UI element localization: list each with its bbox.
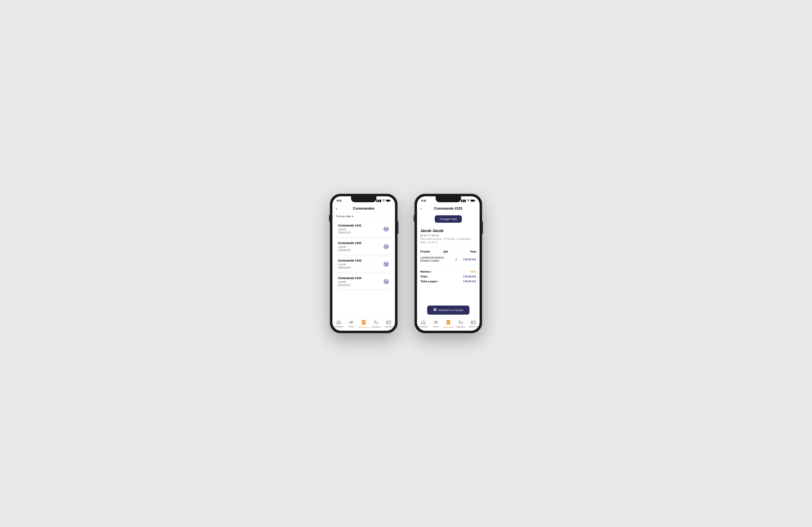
battery-icon-2: [471, 199, 475, 202]
svg-rect-1: [386, 200, 390, 201]
nav-dashboard-1[interactable]: Dashboard: [333, 320, 344, 328]
summary-section: Remise : 0DA Total : 170.00 DA Total a p…: [417, 268, 480, 285]
orders-list: Commande #101 J.jacob 2020/02/23 Command…: [332, 220, 395, 318]
depenses-icon: [386, 320, 391, 325]
status-time-2: 9:41: [421, 199, 426, 202]
total-label: Total :: [420, 275, 429, 278]
svg-rect-26: [387, 322, 391, 322]
svg-point-35: [434, 321, 436, 323]
sort-bar[interactable]: Trié par date ▾: [332, 213, 395, 220]
svg-rect-33: [434, 310, 436, 311]
svg-rect-7: [385, 244, 388, 246]
nav-depenses-label-1: Dépenses: [385, 326, 393, 328]
battery-icon: [386, 199, 391, 202]
nav-operations-1[interactable]: Opérations: [371, 320, 382, 328]
svg-point-19: [350, 321, 351, 323]
nav-commandes-label-2: Commandes: [443, 326, 453, 328]
nav-depenses-label-2: Dépenses: [469, 326, 478, 328]
print-button[interactable]: Imprimer La Facture: [427, 305, 469, 315]
status-bar-2: 9:41 ▋▊▉: [417, 196, 480, 204]
order-client: J.jacob: [338, 281, 361, 283]
back-button-1[interactable]: ‹: [336, 207, 337, 211]
svg-rect-27: [387, 323, 388, 323]
print-btn-label: Imprimer La Facture: [438, 308, 463, 312]
order-date: 2020/02/23: [338, 231, 361, 234]
svg-rect-2: [390, 200, 391, 201]
print-icon[interactable]: [383, 243, 390, 250]
operations-icon-2: [459, 320, 463, 326]
print-icon[interactable]: [383, 261, 390, 268]
remise-label: Remise :: [420, 270, 432, 273]
chevron-down-icon: ▾: [352, 215, 353, 218]
bottom-nav-1: Dashboard Clients: [332, 318, 395, 331]
status-bar-1: 9:41 ▋▊▉: [332, 196, 395, 204]
phone-1-screen: 9:41 ▋▊▉: [332, 196, 395, 331]
order-date: 2020/02/23: [338, 284, 361, 287]
signal-icon-2: ▋▊▉: [461, 200, 466, 202]
nav-operations-2[interactable]: Opérations: [455, 320, 466, 328]
order-date: 2020/02/23: [338, 249, 361, 252]
product-line1: ( 624923-RCQUICK): [420, 256, 451, 259]
depenses-icon-2: [471, 320, 476, 325]
wifi-icon-2: [467, 199, 470, 202]
order-number: Commande #102: [338, 241, 361, 245]
nav-commandes-1[interactable]: Commandes: [358, 320, 369, 328]
commandes-icon-2: [446, 320, 450, 326]
customer-date: Date : 11-02-21: [420, 241, 476, 244]
home-icon: [337, 320, 341, 325]
back-button-2[interactable]: ‹: [420, 207, 422, 211]
total-payer-label: Total a payer :: [420, 280, 439, 283]
phone-2: 9:41 ▋▊▉: [415, 194, 482, 333]
svg-rect-3: [385, 227, 388, 229]
product-line2: Rouleau Cuisine: [420, 259, 451, 262]
order-info: Commande #104 J.jacob 2020/02/23: [338, 276, 361, 287]
remise-value: 0DA: [471, 270, 476, 273]
signal-icon: ▋▊▉: [376, 200, 381, 202]
nav-clients-1[interactable]: Clients: [346, 320, 357, 328]
order-number: Commande #103: [338, 259, 361, 262]
change-state-button[interactable]: Changer l'état: [435, 215, 462, 223]
nav-depenses-2[interactable]: Dépenses: [468, 320, 479, 328]
print-icon[interactable]: [383, 278, 390, 285]
total-payer-value: 170.00 DA: [463, 280, 476, 283]
svg-point-14: [387, 264, 388, 264]
svg-rect-15: [385, 280, 388, 282]
th-qty: Qté: [440, 250, 451, 253]
table-header: Produit Qté Total: [420, 249, 476, 255]
nav-commandes-2[interactable]: Commandes: [443, 320, 454, 328]
order-info: Commande #102 J.jacob 2020/02/23: [338, 241, 361, 252]
nav-depenses-1[interactable]: Dépenses: [383, 320, 394, 328]
print-icon[interactable]: [383, 226, 390, 232]
order-table: Produit Qté Total ( 624923-RCQUICK) Roul…: [417, 249, 480, 264]
th-product: Produit: [420, 250, 430, 253]
order-number: Commande #104: [338, 276, 361, 280]
svg-rect-31: [434, 308, 436, 310]
th-total: Total: [461, 250, 476, 253]
customer-address: Cité Hricha Ammar , El Khroub , Constant…: [420, 238, 476, 240]
order-card[interactable]: Commande #102 J.jacob 2020/02/23: [335, 239, 392, 254]
screen-1-content: ‹ Commandes Trié par date ▾ Commande #10…: [332, 204, 395, 318]
commandes-icon: [362, 320, 366, 326]
order-client: J.jacob: [338, 263, 361, 266]
order-card[interactable]: Commande #104 J.jacob 2020/02/23: [335, 274, 392, 289]
notch-2: [436, 196, 461, 202]
order-number: Commande #101: [338, 224, 361, 227]
page-title-2: Commande #101: [434, 207, 462, 211]
product-qty: 2: [451, 258, 461, 261]
svg-rect-30: [475, 200, 475, 201]
order-date: 2020/02/23: [338, 266, 361, 269]
order-card[interactable]: Commande #101 J.jacob 2020/02/23: [335, 221, 392, 237]
svg-point-6: [387, 229, 388, 229]
svg-rect-43: [472, 323, 473, 323]
nav-clients-2[interactable]: Clients: [430, 320, 441, 328]
nav-dashboard-label-1: Dashboard: [334, 326, 344, 328]
main-container: 9:41 ▋▊▉: [330, 194, 482, 333]
nav-dashboard-2[interactable]: Dashboard: [418, 320, 429, 328]
notch-1: [351, 196, 376, 202]
customer-name: Jacob Jacob: [420, 229, 476, 233]
divider-1: [420, 247, 476, 247]
page-header-1: ‹ Commandes: [332, 204, 395, 213]
nav-operations-label-1: Opérations: [372, 326, 381, 328]
product-name: ( 624923-RCQUICK) Rouleau Cuisine: [420, 256, 451, 262]
order-card[interactable]: Commande #103 J.jacob 2020/02/23: [335, 256, 392, 272]
